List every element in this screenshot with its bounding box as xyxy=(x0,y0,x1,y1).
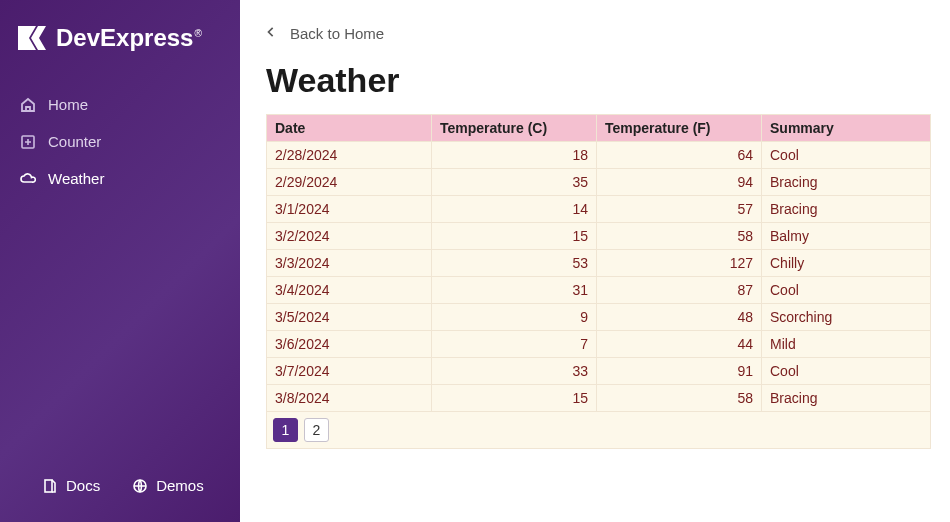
cell: 2/28/2024 xyxy=(267,142,432,169)
cell: 35 xyxy=(432,169,597,196)
back-label: Back to Home xyxy=(290,25,384,42)
page-button-1[interactable]: 1 xyxy=(273,418,298,442)
table-row: 2/29/20243594Bracing xyxy=(267,169,931,196)
pager: 12 xyxy=(273,418,924,442)
sidebar: DevExpress® Home Counter xyxy=(0,0,240,522)
cell: Bracing xyxy=(762,169,931,196)
cell: Chilly xyxy=(762,250,931,277)
table-row: 3/4/20243187Cool xyxy=(267,277,931,304)
table-row: 3/5/2024948Scorching xyxy=(267,304,931,331)
cell: Mild xyxy=(762,331,931,358)
demos-link[interactable]: Demos xyxy=(132,477,204,494)
nav: Home Counter Weather xyxy=(0,82,240,522)
col-temp-f[interactable]: Temperature (F) xyxy=(597,115,762,142)
home-icon xyxy=(20,97,36,113)
cell: Cool xyxy=(762,358,931,385)
table-row: 3/1/20241457Bracing xyxy=(267,196,931,223)
cell: 3/3/2024 xyxy=(267,250,432,277)
page-button-2[interactable]: 2 xyxy=(304,418,329,442)
main-content: Back to Home Weather Date Temperature (C… xyxy=(240,0,950,522)
cell: 64 xyxy=(597,142,762,169)
table-header-row: Date Temperature (C) Temperature (F) Sum… xyxy=(267,115,931,142)
back-to-home[interactable]: Back to Home xyxy=(266,24,924,43)
docs-link[interactable]: Docs xyxy=(42,477,100,494)
table-row: 3/7/20243391Cool xyxy=(267,358,931,385)
table-row: 3/3/202453127Chilly xyxy=(267,250,931,277)
cell: Cool xyxy=(762,277,931,304)
cell: 44 xyxy=(597,331,762,358)
brand-name: DevExpress® xyxy=(56,24,202,52)
cell: 3/1/2024 xyxy=(267,196,432,223)
sidebar-item-label: Home xyxy=(48,96,88,113)
cell: 48 xyxy=(597,304,762,331)
col-temp-c[interactable]: Temperature (C) xyxy=(432,115,597,142)
table-row: 3/8/20241558Bracing xyxy=(267,385,931,412)
demos-label: Demos xyxy=(156,477,204,494)
cell: Balmy xyxy=(762,223,931,250)
cell: 3/8/2024 xyxy=(267,385,432,412)
demos-icon xyxy=(132,478,148,494)
counter-icon xyxy=(20,134,36,150)
docs-label: Docs xyxy=(66,477,100,494)
cell: 14 xyxy=(432,196,597,223)
sidebar-item-label: Counter xyxy=(48,133,101,150)
cell: 91 xyxy=(597,358,762,385)
cell: 3/6/2024 xyxy=(267,331,432,358)
cell: 9 xyxy=(432,304,597,331)
cell: Bracing xyxy=(762,196,931,223)
table-row: 3/2/20241558Balmy xyxy=(267,223,931,250)
cell: 33 xyxy=(432,358,597,385)
cell: 2/29/2024 xyxy=(267,169,432,196)
cell: 7 xyxy=(432,331,597,358)
chevron-left-icon xyxy=(266,24,276,43)
sidebar-item-home[interactable]: Home xyxy=(0,86,240,123)
col-date[interactable]: Date xyxy=(267,115,432,142)
cell: 127 xyxy=(597,250,762,277)
pager-row: 12 xyxy=(267,412,931,449)
sidebar-item-counter[interactable]: Counter xyxy=(0,123,240,160)
cell: 18 xyxy=(432,142,597,169)
sidebar-item-weather[interactable]: Weather xyxy=(0,160,240,197)
col-summary[interactable]: Summary xyxy=(762,115,931,142)
cell: Scorching xyxy=(762,304,931,331)
cell: 3/5/2024 xyxy=(267,304,432,331)
table-row: 3/6/2024744Mild xyxy=(267,331,931,358)
cell: 57 xyxy=(597,196,762,223)
page-title: Weather xyxy=(266,61,924,100)
cell: 87 xyxy=(597,277,762,304)
cell: Bracing xyxy=(762,385,931,412)
cell: 31 xyxy=(432,277,597,304)
brand-logo: DevExpress® xyxy=(0,0,240,82)
cell: 58 xyxy=(597,385,762,412)
svg-rect-3 xyxy=(45,480,52,492)
devexpress-logo-icon xyxy=(18,26,46,50)
cell: 58 xyxy=(597,223,762,250)
weather-grid: Date Temperature (C) Temperature (F) Sum… xyxy=(266,114,931,449)
weather-icon xyxy=(20,171,36,187)
docs-icon xyxy=(42,478,58,494)
cell: 94 xyxy=(597,169,762,196)
cell: 3/4/2024 xyxy=(267,277,432,304)
cell: 53 xyxy=(432,250,597,277)
cell: 3/2/2024 xyxy=(267,223,432,250)
sidebar-item-label: Weather xyxy=(48,170,104,187)
cell: 15 xyxy=(432,223,597,250)
sidebar-bottom-links: Docs Demos xyxy=(0,477,240,494)
table-row: 2/28/20241864Cool xyxy=(267,142,931,169)
cell: Cool xyxy=(762,142,931,169)
cell: 15 xyxy=(432,385,597,412)
cell: 3/7/2024 xyxy=(267,358,432,385)
